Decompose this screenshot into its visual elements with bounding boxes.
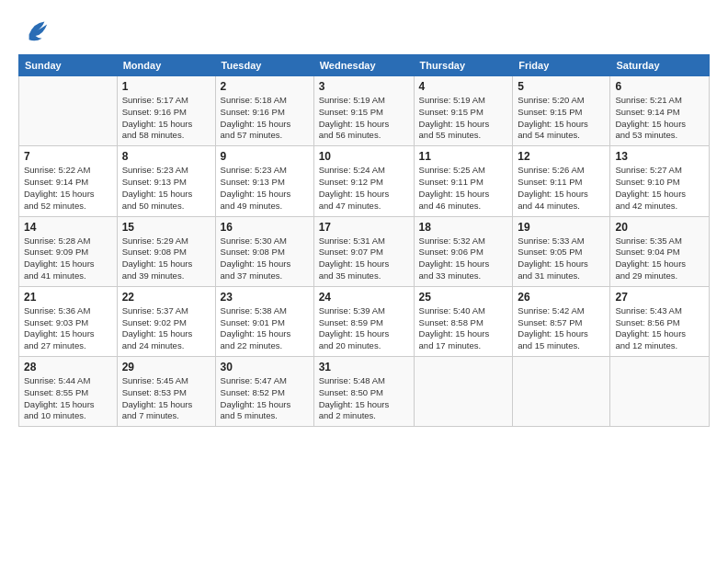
calendar-day-cell: 15Sunrise: 5:29 AM Sunset: 9:08 PM Dayli…	[117, 216, 215, 286]
weekday-header: Friday	[513, 55, 610, 76]
weekday-header: Saturday	[610, 55, 710, 76]
day-number: 30	[221, 361, 309, 373]
day-info: Sunrise: 5:38 AM Sunset: 9:01 PM Dayligh…	[221, 305, 309, 352]
day-number: 4	[419, 80, 508, 93]
day-number: 21	[24, 291, 112, 304]
day-info: Sunrise: 5:19 AM Sunset: 9:15 PM Dayligh…	[319, 95, 409, 142]
day-info: Sunrise: 5:44 AM Sunset: 8:55 PM Dayligh…	[24, 375, 112, 422]
day-number: 29	[122, 361, 210, 373]
day-number: 17	[319, 221, 409, 234]
calendar-day-cell: 25Sunrise: 5:40 AM Sunset: 8:58 PM Dayli…	[414, 286, 513, 356]
day-info: Sunrise: 5:26 AM Sunset: 9:11 PM Dayligh…	[518, 165, 605, 212]
day-info: Sunrise: 5:39 AM Sunset: 8:59 PM Dayligh…	[319, 305, 409, 352]
day-info: Sunrise: 5:40 AM Sunset: 8:58 PM Dayligh…	[419, 305, 508, 352]
day-number: 1	[122, 80, 210, 93]
day-number: 2	[221, 80, 309, 93]
logo-bird-icon	[24, 17, 50, 47]
calendar-day-cell: 26Sunrise: 5:42 AM Sunset: 8:57 PM Dayli…	[513, 286, 610, 356]
weekday-header: Tuesday	[215, 55, 313, 76]
day-info: Sunrise: 5:23 AM Sunset: 9:13 PM Dayligh…	[122, 165, 210, 212]
day-info: Sunrise: 5:17 AM Sunset: 9:16 PM Dayligh…	[122, 95, 210, 142]
weekday-header: Monday	[117, 55, 215, 76]
day-info: Sunrise: 5:29 AM Sunset: 9:08 PM Dayligh…	[122, 236, 210, 282]
calendar-day-cell: 23Sunrise: 5:38 AM Sunset: 9:01 PM Dayli…	[215, 286, 313, 356]
calendar-week-row: 1Sunrise: 5:17 AM Sunset: 9:16 PM Daylig…	[19, 76, 710, 146]
day-number: 27	[615, 291, 704, 304]
day-number: 22	[122, 291, 210, 304]
day-info: Sunrise: 5:20 AM Sunset: 9:15 PM Dayligh…	[518, 95, 605, 142]
calendar-day-cell: 12Sunrise: 5:26 AM Sunset: 9:11 PM Dayli…	[513, 146, 610, 216]
day-number: 5	[518, 80, 605, 93]
day-info: Sunrise: 5:48 AM Sunset: 8:50 PM Dayligh…	[319, 375, 409, 422]
logo	[18, 17, 50, 47]
calendar-header-row: SundayMondayTuesdayWednesdayThursdayFrid…	[19, 55, 710, 76]
header	[18, 17, 710, 47]
calendar-day-cell: 9Sunrise: 5:23 AM Sunset: 9:13 PM Daylig…	[215, 146, 313, 216]
day-number: 19	[518, 221, 605, 234]
calendar-week-row: 21Sunrise: 5:36 AM Sunset: 9:03 PM Dayli…	[19, 286, 710, 356]
day-info: Sunrise: 5:22 AM Sunset: 9:14 PM Dayligh…	[24, 165, 112, 212]
day-info: Sunrise: 5:23 AM Sunset: 9:13 PM Dayligh…	[221, 165, 309, 212]
calendar-day-cell: 1Sunrise: 5:17 AM Sunset: 9:16 PM Daylig…	[117, 76, 215, 146]
calendar-table: SundayMondayTuesdayWednesdayThursdayFrid…	[18, 54, 710, 427]
weekday-header: Thursday	[414, 55, 513, 76]
day-info: Sunrise: 5:43 AM Sunset: 8:56 PM Dayligh…	[615, 305, 704, 352]
day-info: Sunrise: 5:27 AM Sunset: 9:10 PM Dayligh…	[615, 165, 704, 212]
calendar-day-cell: 10Sunrise: 5:24 AM Sunset: 9:12 PM Dayli…	[313, 146, 414, 216]
day-number: 6	[615, 80, 704, 93]
day-info: Sunrise: 5:42 AM Sunset: 8:57 PM Dayligh…	[518, 305, 605, 352]
calendar-day-cell: 16Sunrise: 5:30 AM Sunset: 9:08 PM Dayli…	[215, 216, 313, 286]
calendar-week-row: 7Sunrise: 5:22 AM Sunset: 9:14 PM Daylig…	[19, 146, 710, 216]
calendar-day-cell	[414, 357, 513, 427]
calendar-day-cell: 22Sunrise: 5:37 AM Sunset: 9:02 PM Dayli…	[117, 286, 215, 356]
calendar-week-row: 14Sunrise: 5:28 AM Sunset: 9:09 PM Dayli…	[19, 216, 710, 286]
day-number: 9	[221, 150, 309, 163]
day-info: Sunrise: 5:28 AM Sunset: 9:09 PM Dayligh…	[24, 236, 112, 282]
day-info: Sunrise: 5:24 AM Sunset: 9:12 PM Dayligh…	[319, 165, 409, 212]
calendar-day-cell: 4Sunrise: 5:19 AM Sunset: 9:15 PM Daylig…	[414, 76, 513, 146]
day-number: 25	[419, 291, 508, 304]
calendar-day-cell: 17Sunrise: 5:31 AM Sunset: 9:07 PM Dayli…	[313, 216, 414, 286]
day-number: 28	[24, 361, 112, 373]
calendar-day-cell: 31Sunrise: 5:48 AM Sunset: 8:50 PM Dayli…	[313, 357, 414, 427]
day-number: 16	[221, 221, 309, 234]
day-info: Sunrise: 5:33 AM Sunset: 9:05 PM Dayligh…	[518, 236, 605, 282]
calendar-day-cell: 11Sunrise: 5:25 AM Sunset: 9:11 PM Dayli…	[414, 146, 513, 216]
calendar-day-cell	[610, 357, 710, 427]
day-info: Sunrise: 5:37 AM Sunset: 9:02 PM Dayligh…	[122, 305, 210, 352]
day-info: Sunrise: 5:45 AM Sunset: 8:53 PM Dayligh…	[122, 375, 210, 422]
calendar-day-cell: 30Sunrise: 5:47 AM Sunset: 8:52 PM Dayli…	[215, 357, 313, 427]
calendar-day-cell: 21Sunrise: 5:36 AM Sunset: 9:03 PM Dayli…	[19, 286, 118, 356]
day-number: 31	[319, 361, 409, 373]
day-number: 24	[319, 291, 409, 304]
day-info: Sunrise: 5:31 AM Sunset: 9:07 PM Dayligh…	[319, 236, 409, 282]
calendar-day-cell: 5Sunrise: 5:20 AM Sunset: 9:15 PM Daylig…	[513, 76, 610, 146]
calendar-day-cell: 8Sunrise: 5:23 AM Sunset: 9:13 PM Daylig…	[117, 146, 215, 216]
day-number: 18	[419, 221, 508, 234]
day-info: Sunrise: 5:30 AM Sunset: 9:08 PM Dayligh…	[221, 236, 309, 282]
day-info: Sunrise: 5:47 AM Sunset: 8:52 PM Dayligh…	[221, 375, 309, 422]
calendar-week-row: 28Sunrise: 5:44 AM Sunset: 8:55 PM Dayli…	[19, 357, 710, 427]
calendar-day-cell: 13Sunrise: 5:27 AM Sunset: 9:10 PM Dayli…	[610, 146, 710, 216]
day-number: 14	[24, 221, 112, 234]
day-info: Sunrise: 5:19 AM Sunset: 9:15 PM Dayligh…	[419, 95, 508, 142]
day-info: Sunrise: 5:21 AM Sunset: 9:14 PM Dayligh…	[615, 95, 704, 142]
day-number: 15	[122, 221, 210, 234]
day-number: 20	[615, 221, 704, 234]
calendar-day-cell: 24Sunrise: 5:39 AM Sunset: 8:59 PM Dayli…	[313, 286, 414, 356]
calendar-day-cell: 28Sunrise: 5:44 AM Sunset: 8:55 PM Dayli…	[19, 357, 118, 427]
calendar-day-cell: 2Sunrise: 5:18 AM Sunset: 9:16 PM Daylig…	[215, 76, 313, 146]
calendar-day-cell	[513, 357, 610, 427]
calendar-day-cell: 20Sunrise: 5:35 AM Sunset: 9:04 PM Dayli…	[610, 216, 710, 286]
day-number: 13	[615, 150, 704, 163]
day-number: 12	[518, 150, 605, 163]
calendar-day-cell: 3Sunrise: 5:19 AM Sunset: 9:15 PM Daylig…	[313, 76, 414, 146]
day-info: Sunrise: 5:18 AM Sunset: 9:16 PM Dayligh…	[221, 95, 309, 142]
calendar-day-cell: 18Sunrise: 5:32 AM Sunset: 9:06 PM Dayli…	[414, 216, 513, 286]
calendar-day-cell: 27Sunrise: 5:43 AM Sunset: 8:56 PM Dayli…	[610, 286, 710, 356]
day-number: 3	[319, 80, 409, 93]
calendar-day-cell	[19, 76, 118, 146]
weekday-header: Sunday	[19, 55, 118, 76]
day-number: 26	[518, 291, 605, 304]
day-number: 11	[419, 150, 508, 163]
